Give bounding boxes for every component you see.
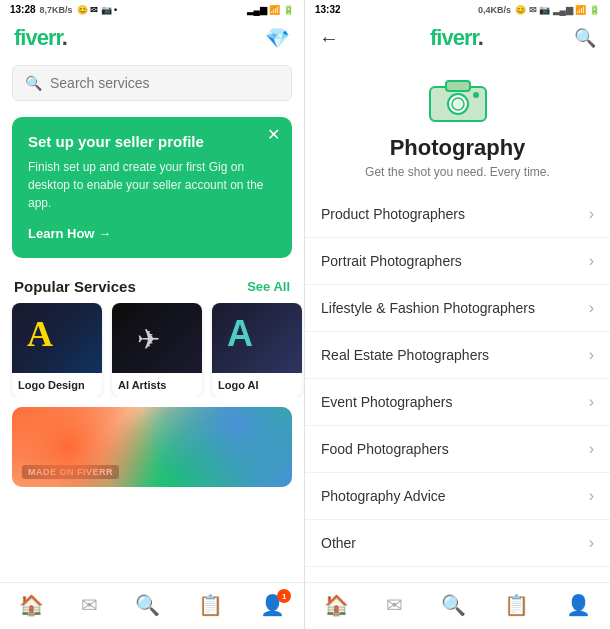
- status-icons-right: 😊 ✉ 📷 ▂▄▆ 📶 🔋: [515, 5, 600, 15]
- category-item-label-3: Real Estate Photographers: [321, 347, 489, 363]
- nav-search-left[interactable]: 🔍: [135, 593, 160, 619]
- chevron-right-icon: ›: [589, 252, 594, 270]
- status-bar-right: 13:32 0,4KB/s 😊 ✉ 📷 ▂▄▆ 📶 🔋: [305, 0, 610, 19]
- close-icon[interactable]: ✕: [267, 127, 280, 143]
- chevron-right-icon: ›: [589, 299, 594, 317]
- category-item-label-7: Other: [321, 535, 356, 551]
- category-item-label-2: Lifestyle & Fashion Photographers: [321, 300, 535, 316]
- search-icon-right[interactable]: 🔍: [574, 27, 596, 49]
- category-list-item[interactable]: Photography Advice ›: [305, 473, 610, 520]
- right-panel: 13:32 0,4KB/s 😊 ✉ 📷 ▂▄▆ 📶 🔋 ← fiverr. 🔍 …: [305, 0, 610, 629]
- category-list-item[interactable]: Food Photographers ›: [305, 426, 610, 473]
- category-item-label-6: Photography Advice: [321, 488, 446, 504]
- fiverr-logo-right: fiverr.: [430, 25, 483, 51]
- service-card-ai[interactable]: AI Artists: [112, 303, 202, 397]
- chevron-right-icon: ›: [589, 487, 594, 505]
- promo-title: Set up your seller profile: [28, 133, 276, 150]
- search-bar[interactable]: 🔍: [12, 65, 292, 101]
- service-card-logo[interactable]: Logo Design: [12, 303, 102, 397]
- time-left: 13:28: [10, 4, 36, 15]
- bottom-nav-left: 🏠 ✉ 🔍 📋 👤 1: [0, 582, 304, 629]
- category-subtitle: Get the shot you need. Every time.: [365, 165, 550, 179]
- search-icon: 🔍: [25, 75, 42, 91]
- nav-search-right[interactable]: 🔍: [441, 593, 466, 619]
- search-input[interactable]: [50, 75, 279, 91]
- bottom-nav-right: 🏠 ✉ 🔍 📋 👤: [305, 582, 610, 629]
- orders-icon: 📋: [198, 593, 223, 617]
- logo-design-label: Logo Design: [12, 373, 102, 397]
- messages-icon-right: ✉: [386, 593, 403, 617]
- see-all-link[interactable]: See All: [247, 279, 290, 294]
- time-right: 13:32: [315, 4, 341, 15]
- chevron-right-icon: ›: [589, 534, 594, 552]
- network-info-right: 0,4KB/s: [478, 5, 511, 15]
- nav-profile-left[interactable]: 👤 1: [260, 593, 285, 619]
- nav-home-right[interactable]: 🏠: [324, 593, 349, 619]
- category-list-item[interactable]: Real Estate Photographers ›: [305, 332, 610, 379]
- profile-icon-right: 👤: [566, 593, 591, 617]
- status-bar-left: 13:28 8,7KB/s 😊 ✉ 📷 • ▂▄▆ 📶 🔋: [0, 0, 304, 19]
- nav-profile-right[interactable]: 👤: [566, 593, 591, 619]
- category-list: Product Photographers › Portrait Photogr…: [305, 191, 610, 582]
- diamond-icon[interactable]: 💎: [265, 26, 290, 50]
- search-nav-icon: 🔍: [135, 593, 160, 617]
- svg-point-3: [452, 98, 464, 110]
- category-title: Photography: [390, 135, 526, 161]
- category-list-item[interactable]: Other ›: [305, 520, 610, 567]
- chevron-right-icon: ›: [589, 440, 594, 458]
- category-list-item[interactable]: Event Photographers ›: [305, 379, 610, 426]
- service-card-logo2[interactable]: Logo AI: [212, 303, 302, 397]
- home-icon-right: 🏠: [324, 593, 349, 617]
- category-item-label-5: Food Photographers: [321, 441, 449, 457]
- chevron-right-icon: ›: [589, 205, 594, 223]
- popular-section-header: Popular Services See All: [0, 266, 304, 303]
- popular-section-title: Popular Services: [14, 278, 136, 295]
- nav-messages-left[interactable]: ✉: [81, 593, 98, 619]
- nav-messages-right[interactable]: ✉: [386, 593, 403, 619]
- category-list-item[interactable]: Product Photographers ›: [305, 191, 610, 238]
- back-button[interactable]: ←: [319, 27, 339, 50]
- status-icons: 😊 ✉ 📷 •: [77, 5, 118, 15]
- category-item-label-1: Portrait Photographers: [321, 253, 462, 269]
- nav-home-left[interactable]: 🏠: [19, 593, 44, 619]
- svg-rect-1: [446, 81, 470, 91]
- svg-point-4: [473, 92, 479, 98]
- logo-ai-image: [212, 303, 302, 373]
- chevron-right-icon: ›: [589, 393, 594, 411]
- logo-ai-label: Logo AI: [212, 373, 302, 397]
- network-info-left: 8,7KB/s: [40, 5, 73, 15]
- nav-orders-right[interactable]: 📋: [504, 593, 529, 619]
- camera-icon: [426, 73, 490, 125]
- top-nav-right: ← fiverr. 🔍: [305, 19, 610, 57]
- messages-icon: ✉: [81, 593, 98, 617]
- made-on-fiverr-banner[interactable]: MADE ON FIVERR: [12, 407, 292, 487]
- category-hero: Photography Get the shot you need. Every…: [305, 57, 610, 191]
- learn-how-link[interactable]: Learn How →: [28, 226, 111, 241]
- promo-description: Finish set up and create your first Gig …: [28, 158, 276, 212]
- ai-artists-image: [112, 303, 202, 373]
- profile-badge: 1: [277, 589, 291, 603]
- made-on-fiverr-label: MADE ON FIVERR: [22, 465, 119, 479]
- category-item-label-0: Product Photographers: [321, 206, 465, 222]
- chevron-right-icon: ›: [589, 346, 594, 364]
- category-list-item[interactable]: Portrait Photographers ›: [305, 238, 610, 285]
- category-item-label-4: Event Photographers: [321, 394, 453, 410]
- promo-banner: ✕ Set up your seller profile Finish set …: [12, 117, 292, 258]
- service-cards-row: Logo Design AI Artists Logo AI: [0, 303, 304, 397]
- orders-icon-right: 📋: [504, 593, 529, 617]
- signal-icon: ▂▄▆ 📶 🔋: [247, 5, 294, 15]
- fiverr-logo-left: fiverr.: [14, 25, 67, 51]
- top-nav-left: fiverr. 💎: [0, 19, 304, 57]
- nav-orders-left[interactable]: 📋: [198, 593, 223, 619]
- logo-design-image: [12, 303, 102, 373]
- ai-artists-label: AI Artists: [112, 373, 202, 397]
- category-list-item[interactable]: Lifestyle & Fashion Photographers ›: [305, 285, 610, 332]
- left-panel: 13:28 8,7KB/s 😊 ✉ 📷 • ▂▄▆ 📶 🔋 fiverr. 💎 …: [0, 0, 305, 629]
- search-nav-icon-right: 🔍: [441, 593, 466, 617]
- home-icon: 🏠: [19, 593, 44, 617]
